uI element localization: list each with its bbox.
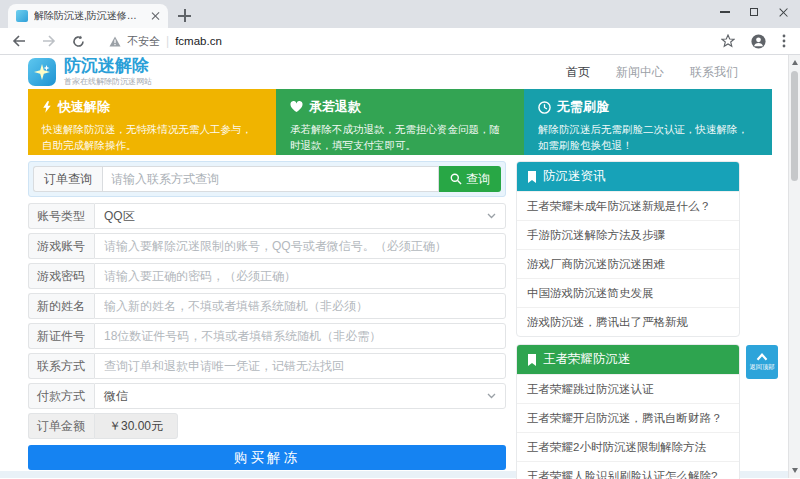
news-link[interactable]: 游戏厂商防沉迷防沉迷困难: [517, 249, 739, 278]
new-tab-icon[interactable]: [178, 9, 192, 23]
address-bar[interactable]: 不安全 | fcmab.cn: [101, 34, 705, 49]
site-header: 防沉迷解除 首家在线解除防沉迷网站 首页 新闻中心 联系我们: [0, 55, 800, 89]
site-subtitle: 首家在线解除防沉迷网站: [64, 76, 152, 87]
query-button-label: 查询: [466, 171, 490, 188]
scroll-up-icon[interactable]: [792, 60, 798, 65]
clock-icon: [538, 101, 551, 114]
close-icon[interactable]: [778, 7, 788, 17]
banner-body: 解除防沉迷后无需刷脸二次认证，快速解除，如需刷脸包换包退！: [538, 121, 758, 154]
order-amount-value: ￥30.00元: [94, 413, 178, 439]
page-scrollbar[interactable]: [788, 55, 800, 478]
browser-tab[interactable]: 解除防沉迷,防沉迷修改-无需二次: [8, 4, 168, 28]
order-form: 订单查询 查询 账号类型 QQ区: [28, 161, 506, 479]
profile-icon[interactable]: [751, 34, 766, 49]
banner-title: 承若退款: [309, 98, 361, 116]
panel-header: 防沉迷资讯: [517, 162, 739, 191]
field-label: 游戏密码: [28, 263, 94, 289]
field-label: 订单金额: [28, 413, 94, 439]
selected-value: QQ区: [104, 208, 135, 225]
sidebar: 防沉迷资讯 王者荣耀未成年防沉迷新规是什么？ 手游防沉迷解除方法及步骤 游戏厂商…: [516, 161, 740, 479]
banner-no-face-scan: 无需刷脸 解除防沉迷后无需刷脸二次认证，快速解除，如需刷脸包换包退！: [524, 89, 772, 155]
panel-title: 王者荣耀防沉迷: [543, 351, 631, 368]
security-label: 不安全: [127, 34, 160, 49]
form-row-account-type: 账号类型 QQ区: [28, 203, 506, 229]
order-query-panel: 订单查询 查询: [28, 161, 506, 197]
game-password-input[interactable]: [94, 263, 506, 289]
url-separator: |: [166, 34, 169, 48]
bookmark-icon: [527, 171, 537, 183]
page-content: 防沉迷解除 首家在线解除防沉迷网站 首页 新闻中心 联系我们 快速解除 快速解除…: [0, 55, 800, 478]
news-link[interactable]: 王者荣耀未成年防沉迷新规是什么？: [517, 191, 739, 220]
new-id-number-input[interactable]: [94, 323, 506, 349]
heart-icon: [290, 101, 303, 113]
scroll-down-icon[interactable]: [792, 468, 798, 473]
warning-icon: [109, 36, 121, 47]
browser-toolbar: 不安全 | fcmab.cn: [0, 28, 800, 55]
nav-item-contact[interactable]: 联系我们: [690, 64, 738, 81]
news-link[interactable]: 王者荣耀人脸识别刷脸认证怎么解除?: [517, 461, 739, 479]
field-label: 账号类型: [28, 203, 94, 229]
main-area: 订单查询 查询 账号类型 QQ区: [28, 161, 740, 479]
chevron-down-icon: [487, 213, 496, 219]
form-row-new-id-number: 新证件号: [28, 323, 506, 349]
banner-refund-promise: 承若退款 承若解除不成功退款，无需担心资金问题，随时退款，填写支付宝即可。: [276, 89, 524, 155]
nav-item-home[interactable]: 首页: [566, 64, 590, 81]
selected-value: 微信: [104, 388, 128, 405]
sparkle-icon: [28, 58, 56, 86]
banner-fast-unlock: 快速解除 快速解除防沉迷，无特殊情况无需人工参与，自助完成解除操作。: [28, 89, 276, 155]
form-row-new-name: 新的姓名: [28, 293, 506, 319]
form-row-game-password: 游戏密码: [28, 263, 506, 289]
back-to-top-button[interactable]: 返回顶部: [746, 345, 778, 379]
chevron-down-icon: [487, 393, 496, 399]
site-favicon-icon: [16, 10, 28, 22]
menu-dots-icon[interactable]: [782, 34, 786, 48]
maximize-icon[interactable]: [750, 8, 758, 16]
game-account-input[interactable]: [94, 233, 506, 259]
news-link[interactable]: 王者荣耀开启防沉迷，腾讯自断财路？: [517, 403, 739, 432]
field-label: 付款方式: [28, 383, 94, 409]
search-icon: [450, 173, 462, 185]
new-name-input[interactable]: [94, 293, 506, 319]
banner-title: 无需刷脸: [557, 98, 609, 116]
lightning-icon: [42, 100, 52, 114]
form-row-payment-method: 付款方式 微信: [28, 383, 506, 409]
news-link[interactable]: 游戏防沉迷，腾讯出了严格新规: [517, 307, 739, 336]
window-controls: [720, 7, 788, 17]
field-label: 新证件号: [28, 323, 94, 349]
payment-method-select[interactable]: 微信: [94, 383, 506, 409]
back-icon[interactable]: [12, 35, 26, 47]
panel-anti-addiction-news: 防沉迷资讯 王者荣耀未成年防沉迷新规是什么？ 手游防沉迷解除方法及步骤 游戏厂商…: [516, 161, 740, 337]
tab-close-icon[interactable]: [150, 11, 160, 21]
query-button[interactable]: 查询: [439, 166, 501, 192]
news-link[interactable]: 中国游戏防沉迷简史发展: [517, 278, 739, 307]
panel-honor-of-kings: 王者荣耀防沉迷 王者荣耀跳过防沉迷认证 王者荣耀开启防沉迷，腾讯自断财路？ 王者…: [516, 344, 740, 479]
site-title: 防沉迷解除: [64, 57, 152, 76]
banner-title: 快速解除: [58, 98, 110, 116]
star-icon[interactable]: [721, 34, 735, 48]
scrollbar-thumb[interactable]: [791, 71, 798, 181]
news-link[interactable]: 王者荣耀2小时防沉迷限制解除方法: [517, 432, 739, 461]
form-row-contact: 联系方式: [28, 353, 506, 379]
bookmark-icon: [527, 354, 537, 366]
reload-icon[interactable]: [72, 35, 85, 48]
tab-title: 解除防沉迷,防沉迷修改-无需二次: [34, 9, 144, 23]
contact-input[interactable]: [94, 353, 506, 379]
account-type-select[interactable]: QQ区: [94, 203, 506, 229]
top-nav: 首页 新闻中心 联系我们: [566, 64, 738, 81]
form-row-game-account: 游戏账号: [28, 233, 506, 259]
minimize-icon[interactable]: [720, 11, 730, 13]
url-text: fcmab.cn: [175, 35, 222, 47]
news-link[interactable]: 王者荣耀跳过防沉迷认证: [517, 374, 739, 403]
site-logo[interactable]: 防沉迷解除 首家在线解除防沉迷网站: [28, 57, 152, 88]
field-label: 联系方式: [28, 353, 94, 379]
news-link[interactable]: 手游防沉迷解除方法及步骤: [517, 220, 739, 249]
panel-header: 王者荣耀防沉迷: [517, 345, 739, 374]
panel-title: 防沉迷资讯: [543, 168, 606, 185]
buy-unfreeze-button[interactable]: 购买解冻: [28, 445, 506, 470]
form-row-order-amount: 订单金额 ￥30.00元: [28, 413, 506, 439]
order-query-input[interactable]: [102, 166, 439, 192]
field-label: 游戏账号: [28, 233, 94, 259]
forward-icon[interactable]: [42, 35, 56, 47]
banner-body: 承若解除不成功退款，无需担心资金问题，随时退款，填写支付宝即可。: [290, 121, 510, 154]
nav-item-news[interactable]: 新闻中心: [616, 64, 664, 81]
